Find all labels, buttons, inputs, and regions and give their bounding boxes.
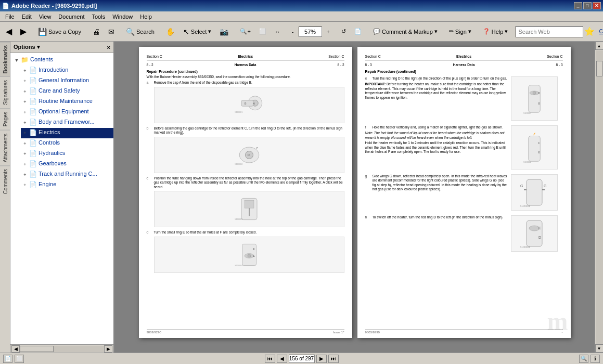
vertical-scrollbar[interactable]: ▲ ▼ [595, 42, 603, 353]
bookmark-children: + 📄 Introduction + 📄 General Information… [10, 66, 113, 190]
page-num-left-2: 8 - 3 [365, 63, 372, 67]
care-label: Care and Safety [39, 87, 80, 94]
first-page-button[interactable]: ⏮ [265, 355, 275, 363]
intro-label: Introduction [39, 67, 68, 73]
hyd-label: Hydraulics [39, 150, 65, 156]
bookmark-optional-equip[interactable]: + 📄 Optional Equipment [21, 107, 113, 118]
restore-button[interactable]: □ [583, 2, 592, 9]
panel-close-button[interactable]: × [107, 44, 110, 50]
scroll-thumb-h [20, 346, 54, 352]
svg-text:C: C [538, 226, 541, 230]
attachments-tab[interactable]: Attachments [0, 130, 10, 166]
scroll-right-btn[interactable]: ▶ [104, 345, 112, 353]
bookmark-engine[interactable]: + 📄 Engine [21, 180, 113, 190]
select-button[interactable]: ↖ Select ▾ [179, 24, 215, 40]
step-d: d Turn the small ring E so that the air … [147, 230, 344, 274]
menu-tools[interactable]: Tools [89, 12, 109, 21]
zoom-out-button[interactable]: - [288, 24, 298, 40]
comment-icon: 💬 [373, 28, 380, 35]
step-e-row: e Turn the red ring D to the right (in t… [365, 75, 563, 122]
bookmark-hydraulics[interactable]: + 📄 Hydraulics [21, 149, 113, 159]
zoom-status-icon[interactable]: 🔍 [579, 355, 588, 363]
menu-document[interactable]: Document [55, 12, 87, 21]
forward-button[interactable]: ▶ [17, 24, 30, 40]
minimize-button[interactable]: _ [574, 2, 582, 9]
scroll-down-button[interactable]: ▼ [595, 344, 604, 353]
svg-text:S100001: S100001 [520, 204, 530, 207]
elec-expand-icon: + [21, 129, 29, 137]
options-button[interactable]: Options ▾ [14, 44, 40, 50]
zoom-in-icon: 🔍+ [240, 28, 250, 35]
back-button[interactable]: ◀ [2, 24, 16, 40]
sign-button[interactable]: ✏ Sign ▾ [445, 24, 475, 40]
intro-text-left: With the Butane Heater assembly 892/0035… [147, 75, 344, 79]
email-button[interactable]: ✉ [105, 24, 118, 40]
search-web-input[interactable] [516, 26, 583, 37]
bookmark-gearboxes[interactable]: + 📄 Gearboxes [21, 159, 113, 170]
scroll-track[interactable] [596, 50, 603, 344]
last-page-button[interactable]: ⏭ [328, 355, 339, 363]
print-button[interactable]: 🖨 [89, 24, 104, 40]
menu-view[interactable]: View [36, 12, 55, 21]
pdf-viewer[interactable]: Section C Electrics Section C 8 - 2 Harn… [114, 42, 595, 353]
help-button[interactable]: ❓ Help ▾ [479, 24, 512, 40]
bookmark-care-safety[interactable]: + 📄 Care and Safety [21, 86, 113, 97]
current-page-input[interactable]: 156 of 297 [289, 355, 315, 363]
bookmark-routine-maint[interactable]: + 📄 Routine Maintenance [21, 97, 113, 107]
comment-markup-button[interactable]: 💬 Comment & Markup ▾ [369, 24, 441, 40]
step-b-image: D C S100002 [154, 137, 344, 173]
scroll-up-button[interactable]: ▲ [595, 42, 604, 50]
next-page-button[interactable]: ▶ [316, 355, 327, 363]
scroll-left-btn[interactable]: ◀ [11, 345, 20, 353]
svg-text:C: C [256, 147, 258, 150]
svg-point-37 [529, 226, 540, 231]
search-web-icon[interactable]: ⭐ [584, 27, 595, 36]
svg-rect-21 [528, 85, 540, 112]
pages-tab[interactable]: Pages [0, 108, 10, 129]
info-status-icon[interactable]: ℹ [591, 355, 600, 363]
page-view-button[interactable]: 📄 [351, 24, 365, 40]
hold-heater-text: Hold the heater vertically for 1 to 2 mi… [365, 141, 509, 154]
routine-label: Routine Maintenance [39, 98, 93, 104]
status-bar: 📄 ⬜ ⏮ ◀ 156 of 297 ▶ ⏭ 🔍 ℹ [0, 353, 603, 364]
bookmark-electrics[interactable]: + 📄 Electrics [21, 128, 113, 138]
bookmark-body-framework[interactable]: + 📄 Body and Framewor... [21, 118, 113, 128]
menu-help[interactable]: Help [137, 12, 155, 21]
bookmark-introduction[interactable]: + 📄 Introduction [21, 66, 113, 76]
menu-window[interactable]: Window [109, 12, 136, 21]
close-button[interactable]: ✕ [593, 2, 601, 9]
search-button[interactable]: 🔍 Search [122, 24, 158, 40]
horizontal-scrollbar[interactable] [20, 346, 104, 352]
svg-text:B: B [245, 101, 247, 105]
rotate-button[interactable]: ↺ [338, 24, 350, 40]
step-d-image: E F S100004 [154, 237, 344, 273]
bookmarks-tab[interactable]: Bookmarks [0, 42, 10, 76]
pdf-pages: Section C Electrics Section C 8 - 2 Harn… [120, 47, 589, 338]
zoom-apply-button[interactable]: + [323, 24, 333, 40]
bookmark-general-info[interactable]: + 📄 General Information [21, 76, 113, 86]
bookmark-controls[interactable]: + 📄 Controls [21, 138, 113, 149]
fit-page-button[interactable]: ⬜ [255, 24, 270, 40]
footer-issue-left: Issue 1* [333, 331, 344, 334]
comments-tab[interactable]: Comments [0, 165, 10, 197]
watermark: m [547, 307, 568, 335]
hand-tool-button[interactable]: ✋ [162, 24, 178, 40]
menu-edit[interactable]: Edit [19, 12, 35, 21]
contents-root[interactable]: ▼ 📁 Contents [10, 55, 113, 66]
gear-label: Gearboxes [39, 160, 67, 166]
adobe-pdf-link[interactable]: Create Adobe PDF online for free! [599, 29, 603, 34]
note-text: Note: The fact that the sound of liquid … [365, 131, 509, 140]
save-copy-button[interactable]: 💾 Save a Copy [34, 24, 85, 40]
doc-icon-9: 📄 [29, 150, 37, 157]
menu-file[interactable]: File [2, 12, 18, 21]
page-subtitle-right: Harness Data [453, 63, 475, 67]
signatures-tab[interactable]: Signatures [0, 76, 10, 108]
bookmark-track-running[interactable]: + 📄 Track and Running C... [21, 170, 113, 180]
zoom-in-button[interactable]: 🔍+ [236, 24, 254, 40]
care-expand-icon: + [21, 87, 29, 96]
routine-expand-icon: + [21, 98, 29, 106]
prev-page-button[interactable]: ◀ [277, 355, 287, 363]
fit-width-button[interactable]: ↔ [271, 24, 284, 40]
snapshot-button[interactable]: 📷 [216, 24, 232, 40]
zoom-input[interactable]: 57% [299, 27, 322, 37]
